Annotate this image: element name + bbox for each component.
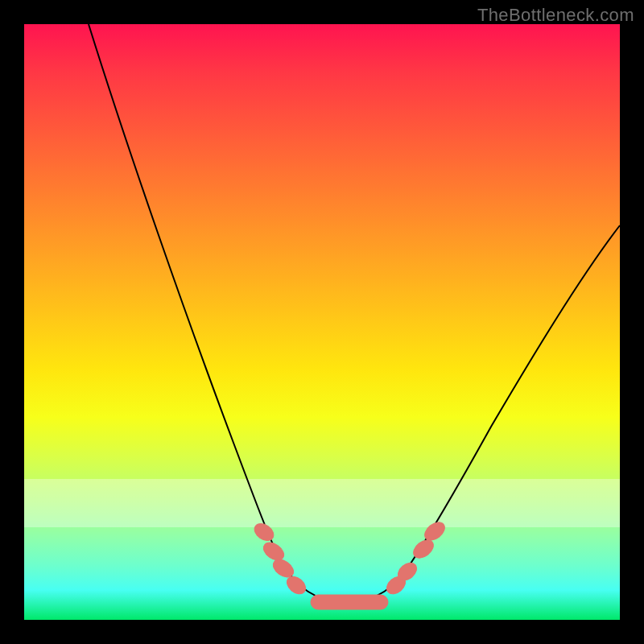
watermark-text: TheBottleneck.com xyxy=(477,5,634,26)
marker-pill xyxy=(311,595,388,609)
chart-frame: TheBottleneck.com xyxy=(0,0,644,644)
curve-svg xyxy=(24,24,620,620)
marker-dot xyxy=(251,520,277,544)
marker-group xyxy=(251,518,448,609)
bottleneck-curve xyxy=(89,24,620,604)
